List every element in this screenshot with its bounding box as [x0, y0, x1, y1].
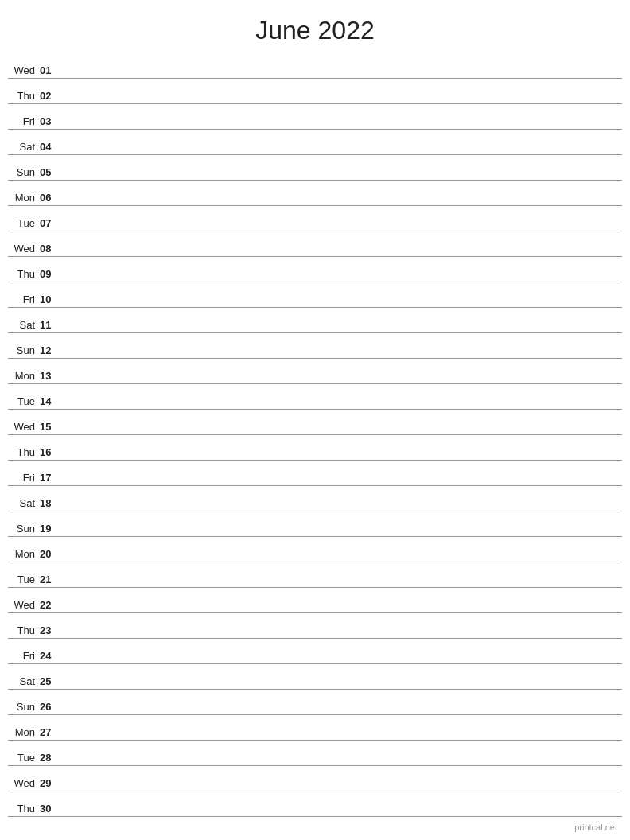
day-row: Tue21 [8, 562, 622, 588]
day-line [62, 686, 622, 687]
day-row: Thu16 [8, 435, 622, 461]
day-line [62, 381, 622, 382]
day-name: Wed [8, 421, 40, 433]
day-name: Fri [8, 115, 40, 127]
day-name: Sat [8, 141, 40, 153]
day-number: 19 [40, 523, 62, 535]
day-name: Wed [8, 599, 40, 611]
day-line [62, 483, 622, 484]
day-name: Sat [8, 319, 40, 331]
day-line [62, 101, 622, 102]
day-row: Thu23 [8, 613, 622, 639]
day-row: Mon06 [8, 181, 622, 206]
day-name: Sat [8, 497, 40, 509]
day-number: 03 [40, 115, 62, 127]
day-row: Thu30 [8, 791, 622, 817]
day-line [62, 534, 622, 535]
day-line [62, 661, 622, 662]
day-row: Thu02 [8, 79, 622, 104]
page-title: June 2022 [0, 0, 630, 53]
day-line [62, 203, 622, 204]
day-name: Wed [8, 64, 40, 76]
day-row: Sat11 [8, 308, 622, 333]
day-number: 10 [40, 294, 62, 305]
day-number: 01 [40, 64, 62, 76]
day-line [62, 737, 622, 738]
day-number: 26 [40, 701, 62, 713]
day-row: Sat18 [8, 486, 622, 511]
day-number: 16 [40, 446, 62, 458]
day-row: Mon27 [8, 715, 622, 741]
day-name: Fri [8, 472, 40, 484]
day-number: 24 [40, 650, 62, 662]
day-number: 27 [40, 726, 62, 738]
day-name: Thu [8, 624, 40, 636]
day-name: Sun [8, 523, 40, 535]
day-row: Wed29 [8, 766, 622, 791]
day-name: Thu [8, 446, 40, 458]
day-name: Tue [8, 752, 40, 764]
day-line [62, 76, 622, 76]
day-number: 07 [40, 217, 62, 229]
day-line [62, 356, 622, 356]
day-name: Mon [8, 192, 40, 204]
day-row: Wed15 [8, 410, 622, 435]
day-line [62, 432, 622, 433]
day-number: 12 [40, 344, 62, 356]
calendar-container: Wed01Thu02Fri03Sat04Sun05Mon06Tue07Wed08… [0, 53, 630, 817]
day-line [62, 177, 622, 178]
day-number: 09 [40, 268, 62, 280]
day-row: Tue14 [8, 384, 622, 410]
day-number: 17 [40, 472, 62, 484]
day-name: Wed [8, 243, 40, 255]
day-number: 23 [40, 624, 62, 636]
day-number: 18 [40, 497, 62, 509]
day-number: 11 [40, 319, 62, 331]
day-number: 29 [40, 777, 62, 789]
day-number: 08 [40, 243, 62, 255]
day-line [62, 254, 622, 255]
day-number: 20 [40, 548, 62, 560]
day-number: 28 [40, 752, 62, 764]
day-name: Thu [8, 803, 40, 815]
day-line [62, 636, 622, 636]
day-number: 15 [40, 421, 62, 433]
day-number: 06 [40, 192, 62, 204]
day-number: 14 [40, 395, 62, 407]
day-number: 02 [40, 90, 62, 102]
day-name: Sat [8, 675, 40, 687]
day-line [62, 126, 622, 127]
day-name: Sun [8, 166, 40, 178]
day-line [62, 814, 622, 815]
day-name: Tue [8, 574, 40, 585]
day-row: Tue07 [8, 206, 622, 231]
day-name: Thu [8, 90, 40, 102]
day-row: Fri10 [8, 282, 622, 308]
day-line [62, 559, 622, 560]
day-number: 25 [40, 675, 62, 687]
day-row: Sun12 [8, 333, 622, 359]
day-line [62, 279, 622, 280]
day-row: Thu09 [8, 257, 622, 282]
day-row: Sat25 [8, 664, 622, 690]
day-row: Sun19 [8, 511, 622, 537]
day-number: 05 [40, 166, 62, 178]
day-row: Sat04 [8, 130, 622, 155]
day-name: Mon [8, 548, 40, 560]
day-name: Fri [8, 294, 40, 305]
day-row: Wed22 [8, 588, 622, 613]
day-row: Wed01 [8, 53, 622, 79]
day-line [62, 457, 622, 458]
day-line [62, 406, 622, 407]
day-line [62, 330, 622, 331]
day-name: Thu [8, 268, 40, 280]
day-name: Wed [8, 777, 40, 789]
day-name: Sun [8, 344, 40, 356]
day-line [62, 152, 622, 153]
day-row: Sun05 [8, 155, 622, 181]
day-line [62, 508, 622, 509]
day-row: Fri03 [8, 104, 622, 130]
day-row: Tue28 [8, 741, 622, 766]
day-name: Tue [8, 217, 40, 229]
day-number: 30 [40, 803, 62, 815]
